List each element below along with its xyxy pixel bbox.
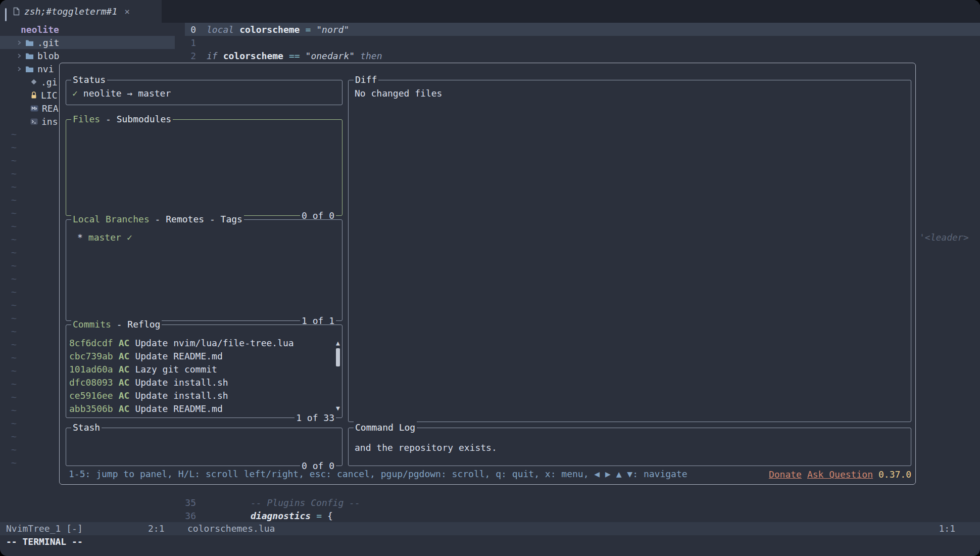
panel-commits[interactable]: Commits - Reflog 8cf6dcdfACUpdate nvim/l…	[66, 325, 342, 418]
commit-author: AC	[119, 377, 130, 388]
line-number: 1	[185, 37, 196, 48]
commit-row[interactable]: ce5916eeACUpdate install.sh	[69, 389, 330, 402]
chevron-right-icon	[17, 40, 22, 45]
branch-row[interactable]: *master✓	[77, 230, 336, 244]
code-keyword: then	[360, 51, 382, 61]
code-line-35: 35 -- Plugins Config --	[185, 496, 980, 509]
tree-item-label: nvi	[37, 64, 54, 74]
commit-row[interactable]: abb3506bACUpdate README.md	[69, 402, 330, 415]
commit-author: AC	[119, 338, 130, 348]
code-operator: =	[316, 511, 322, 521]
panel-diff-title: Diff	[355, 74, 377, 86]
commit-hash: cbc739ab	[69, 351, 113, 361]
statusline-file-name: colorschemes.lua	[187, 522, 275, 535]
code-line-2: 2 ifcolorscheme=="onedark"then	[185, 49, 980, 62]
empty-line-tilde: ~	[11, 154, 17, 167]
line-number: 36	[185, 511, 196, 521]
folder-icon	[25, 65, 34, 73]
commit-message: Update README.md	[135, 351, 222, 361]
empty-line-tilde: ~	[11, 404, 17, 417]
empty-line-tilde: ~	[11, 259, 17, 272]
git-icon	[30, 78, 37, 85]
tab-submodules[interactable]: - Submodules	[100, 113, 171, 125]
empty-line-tilde: ~	[11, 207, 17, 220]
panel-stash[interactable]: Stash 0 of 0	[66, 428, 342, 466]
diff-text: No changed files	[355, 88, 442, 99]
code-string: "onedark"	[306, 51, 355, 61]
tree-item-label: .gi	[41, 77, 58, 87]
command-log-line: and the repository exists.	[355, 441, 905, 454]
donate-link[interactable]: Donate	[769, 469, 802, 480]
status-line: ✓neolite → master	[72, 86, 336, 100]
tab-remotes-tags[interactable]: - Remotes - Tags	[150, 213, 242, 225]
tree-root[interactable]: neolite	[0, 23, 175, 36]
empty-line-tilde: ~	[11, 378, 17, 391]
editor-top: 0 localcolorscheme="nord" 1 2 ifcolorsch…	[185, 23, 980, 62]
empty-line-tilde: ~	[11, 286, 17, 299]
empty-line-tilde: ~	[11, 128, 17, 141]
line-number: 2	[185, 51, 196, 61]
commit-row[interactable]: dfc08093ACUpdate install.sh	[69, 376, 330, 389]
empty-line-tilde: ~	[11, 456, 17, 470]
empty-line-tilde: ~	[11, 430, 17, 443]
script-icon	[30, 118, 38, 125]
commit-hash: dfc08093	[69, 377, 113, 388]
commit-row[interactable]: 8cf6dcdfACUpdate nvim/lua/file-tree.lua	[69, 336, 330, 349]
editor-bottom: 35 -- Plugins Config -- 36 diagnostics={	[185, 496, 980, 522]
ask-question-link[interactable]: Ask Question	[807, 469, 873, 480]
commit-message: Update install.sh	[135, 377, 228, 388]
folder-icon	[25, 39, 34, 47]
tab-commits[interactable]: Commits	[73, 318, 111, 331]
terminal-window: zsh;#toggleterm#1 × neolite .git blob nv…	[0, 0, 980, 556]
tree-item-blob[interactable]: blob	[0, 49, 175, 62]
tab-reflog[interactable]: - Reflog	[111, 318, 161, 331]
code-identifier: diagnostics	[251, 511, 311, 521]
empty-line-tilde: ~	[11, 141, 17, 154]
commit-row[interactable]: 101ad60aACLazy git commit	[69, 362, 330, 376]
commit-hash: abb3506b	[69, 403, 113, 414]
tab-toggleterm[interactable]: zsh;#toggleterm#1 ×	[0, 0, 162, 23]
panel-branches[interactable]: Local Branches - Remotes - Tags *master✓…	[66, 219, 342, 321]
empty-line-tilde: ~	[11, 180, 17, 194]
empty-line-tilde: ~	[11, 167, 17, 180]
code-identifier: colorscheme	[239, 24, 300, 35]
empty-line-tilde: ~	[11, 417, 17, 430]
panel-command-log[interactable]: Command Log and the repository exists.	[348, 428, 911, 466]
empty-line-tilde: ~	[11, 299, 17, 312]
line-number: 35	[185, 497, 196, 508]
tree-item-label: .git	[37, 37, 59, 48]
panel-diff[interactable]: Diff No changed files	[348, 80, 911, 422]
license-icon	[30, 91, 37, 99]
scrollbar-thumb[interactable]	[336, 348, 340, 366]
empty-line-tilde: ~	[11, 391, 17, 404]
panel-files[interactable]: Files - Submodules 0 of 0	[66, 119, 342, 216]
leader-hint: '<leader>	[919, 231, 969, 244]
commit-row[interactable]: cbc739abACUpdate README.md	[69, 349, 330, 362]
panel-status[interactable]: Status ✓neolite → master	[66, 80, 342, 105]
tab-local-branches[interactable]: Local Branches	[73, 213, 150, 225]
current-branch-marker: *	[77, 232, 83, 243]
chevron-right-icon	[17, 66, 22, 72]
tree-item-git[interactable]: .git	[0, 36, 175, 49]
code-string: "nord"	[316, 24, 349, 35]
empty-line-tilde: ~	[11, 325, 17, 338]
empty-line-tilde: ~	[11, 220, 17, 233]
empty-line-tilde: ~	[11, 312, 17, 325]
commits-count: 1 of 33	[295, 412, 336, 424]
commit-hash: 101ad60a	[69, 364, 113, 375]
commit-author: AC	[119, 403, 130, 414]
lazygit-floating-window: Status ✓neolite → master Files - Submodu…	[59, 63, 916, 485]
statusline-cursor-position: 1:1	[939, 522, 955, 535]
statusline-tree-position: 2:1	[148, 522, 165, 535]
commit-author: AC	[119, 364, 130, 375]
commit-message: Update README.md	[135, 403, 222, 414]
tab-files[interactable]: Files	[73, 113, 100, 125]
commit-message: Lazy git commit	[135, 364, 217, 375]
code-comment: -- Plugins Config --	[251, 497, 360, 508]
panel-status-title: Status	[73, 74, 106, 86]
readme-icon	[30, 105, 38, 112]
folder-icon	[25, 52, 34, 60]
close-icon[interactable]: ×	[124, 6, 130, 17]
active-tab-indicator	[5, 8, 7, 21]
code-line-1: 1	[185, 36, 980, 49]
